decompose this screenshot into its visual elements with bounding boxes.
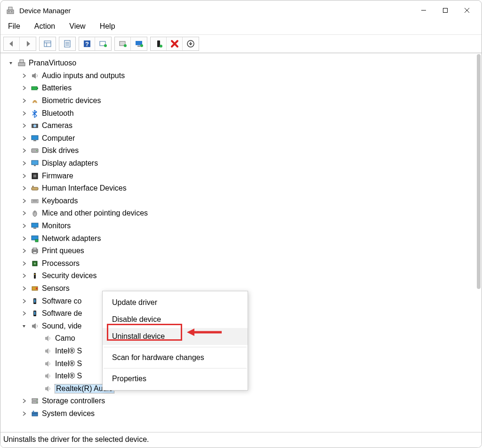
tree-category[interactable]: Cameras bbox=[7, 120, 482, 132]
chevron-right-icon[interactable] bbox=[20, 209, 28, 217]
camera-icon bbox=[31, 121, 39, 130]
chevron-right-icon[interactable] bbox=[20, 247, 28, 255]
speaker-icon bbox=[31, 72, 39, 80]
tree-category[interactable]: Keyboards bbox=[7, 195, 482, 208]
chevron-right-icon[interactable] bbox=[20, 260, 28, 267]
chevron-right-icon[interactable] bbox=[20, 397, 28, 405]
chevron-right-icon[interactable] bbox=[20, 297, 28, 305]
tree-category[interactable]: Firmware bbox=[7, 169, 482, 182]
audio-device-icon bbox=[44, 384, 52, 393]
tree-category[interactable]: Audio inputs and outputs bbox=[7, 70, 482, 82]
tree-item-label: Intel® S bbox=[55, 347, 82, 355]
context-menu-item[interactable]: Properties bbox=[103, 370, 248, 387]
monitor-action-button[interactable] bbox=[131, 37, 147, 50]
chevron-right-icon[interactable] bbox=[20, 135, 28, 142]
tree-category[interactable]: Processors bbox=[7, 257, 482, 270]
tree-category[interactable]: Monitors bbox=[7, 220, 482, 232]
chevron-right-icon[interactable] bbox=[20, 97, 28, 104]
svg-rect-41 bbox=[32, 187, 38, 190]
chevron-right-icon[interactable] bbox=[20, 172, 28, 180]
svg-text:?: ? bbox=[85, 40, 89, 48]
tree-category[interactable]: Security devices bbox=[7, 270, 482, 282]
status-bar: Uninstalls the driver for the selected d… bbox=[0, 432, 482, 448]
tree-area: PranaVirtuosoAudio inputs and outputsBat… bbox=[0, 53, 482, 432]
chevron-right-icon[interactable] bbox=[20, 147, 28, 154]
tree-category[interactable]: Computer bbox=[7, 132, 482, 145]
tree-category[interactable]: System devices bbox=[7, 408, 482, 420]
chevron-right-icon[interactable] bbox=[20, 184, 28, 192]
sensor-icon bbox=[31, 284, 39, 293]
chevron-right-icon[interactable] bbox=[20, 285, 28, 292]
computer-root-icon bbox=[17, 59, 26, 67]
svg-point-71 bbox=[33, 410, 34, 412]
chevron-right-icon[interactable] bbox=[20, 197, 28, 205]
properties-button[interactable] bbox=[59, 37, 75, 50]
chevron-right-icon[interactable] bbox=[20, 272, 28, 280]
titlebar: Device Manager bbox=[0, 0, 482, 20]
tree-category[interactable]: Batteries bbox=[7, 82, 482, 95]
svg-point-67 bbox=[36, 400, 37, 400]
context-menu-item[interactable]: Scan for hardware changes bbox=[103, 349, 248, 366]
context-menu-item[interactable]: Uninstall device bbox=[103, 328, 248, 345]
svg-rect-48 bbox=[32, 223, 38, 227]
tree-category[interactable]: Human Interface Devices bbox=[7, 182, 482, 195]
menu-file[interactable]: File bbox=[6, 21, 22, 32]
tree-root[interactable]: PranaVirtuoso bbox=[7, 57, 482, 70]
tree-item-label: Computer bbox=[42, 134, 75, 143]
tree-item-label: Batteries bbox=[42, 84, 72, 92]
back-button[interactable] bbox=[4, 37, 20, 50]
context-menu-item[interactable]: Disable device bbox=[103, 311, 248, 328]
chevron-down-icon[interactable] bbox=[7, 59, 15, 67]
disable-device-button[interactable] bbox=[183, 37, 199, 50]
update-driver-button[interactable] bbox=[115, 37, 131, 50]
svg-rect-28 bbox=[20, 60, 24, 63]
maximize-button[interactable] bbox=[434, 3, 456, 18]
show-hide-tree-button[interactable] bbox=[40, 37, 56, 50]
battery-icon bbox=[31, 84, 39, 92]
tree-item-label: Print queues bbox=[42, 247, 84, 255]
chevron-right-icon[interactable] bbox=[20, 122, 28, 129]
context-menu-item[interactable]: Update driver bbox=[103, 294, 248, 311]
tree-category[interactable]: Bluetooth bbox=[7, 107, 482, 120]
tree-category[interactable]: Display adapters bbox=[7, 157, 482, 170]
system-icon bbox=[31, 409, 39, 418]
forward-button[interactable] bbox=[20, 37, 36, 50]
tree-category[interactable]: Disk drives bbox=[7, 144, 482, 157]
chevron-right-icon[interactable] bbox=[20, 310, 28, 317]
chevron-right-icon bbox=[33, 372, 41, 380]
bluetooth-icon bbox=[31, 109, 39, 118]
firmware-icon bbox=[31, 172, 39, 180]
help-button[interactable]: ? bbox=[79, 37, 95, 50]
tree-category[interactable]: Network adapters bbox=[7, 232, 482, 245]
svg-rect-8 bbox=[44, 41, 51, 47]
chevron-right-icon[interactable] bbox=[20, 84, 28, 92]
svg-point-3 bbox=[11, 11, 12, 12]
tree-category[interactable]: Biometric devices bbox=[7, 95, 482, 107]
chevron-right-icon[interactable] bbox=[20, 222, 28, 230]
tree-item-label: Monitors bbox=[42, 222, 71, 230]
chevron-right-icon[interactable] bbox=[20, 410, 28, 417]
scan-hardware-button[interactable] bbox=[95, 37, 111, 50]
uninstall-device-button[interactable] bbox=[167, 37, 183, 50]
svg-rect-30 bbox=[37, 88, 38, 89]
tree-category[interactable]: Mice and other pointing devices bbox=[7, 207, 482, 220]
menu-view[interactable]: View bbox=[67, 21, 87, 32]
chevron-right-icon[interactable] bbox=[20, 110, 28, 117]
context-menu-separator bbox=[104, 368, 247, 368]
menu-help[interactable]: Help bbox=[98, 21, 117, 32]
tree-item-label: Software de bbox=[42, 309, 82, 318]
enable-device-button[interactable] bbox=[151, 37, 167, 50]
minimize-button[interactable] bbox=[413, 3, 434, 18]
svg-rect-37 bbox=[32, 160, 38, 165]
tree-category[interactable]: Storage controllers bbox=[7, 395, 482, 408]
chevron-right-icon[interactable] bbox=[20, 160, 28, 167]
chevron-down-icon[interactable] bbox=[20, 322, 28, 330]
close-button[interactable] bbox=[456, 3, 478, 18]
chevron-right-icon[interactable] bbox=[20, 72, 28, 80]
tree-category[interactable]: Print queues bbox=[7, 245, 482, 257]
chevron-right-icon[interactable] bbox=[20, 235, 28, 242]
keyboard-icon bbox=[31, 197, 39, 205]
svg-rect-53 bbox=[33, 248, 37, 250]
menu-action[interactable]: Action bbox=[32, 21, 57, 32]
vertical-scrollbar[interactable] bbox=[477, 54, 481, 289]
